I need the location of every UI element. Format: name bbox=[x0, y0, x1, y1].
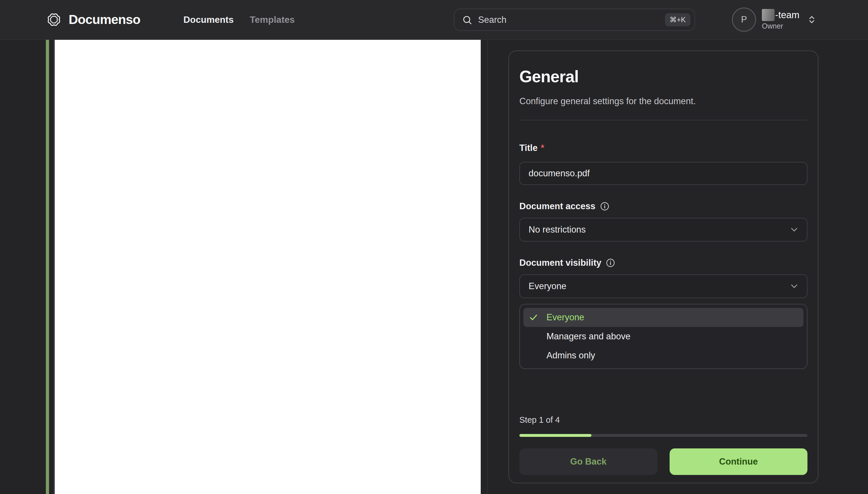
title-input[interactable]: documenso.pdf bbox=[519, 162, 807, 185]
check-icon bbox=[529, 312, 538, 322]
nav-item-templates[interactable]: Templates bbox=[250, 15, 295, 25]
top-navbar: Documenso Documents Templates Search ⌘+K… bbox=[0, 0, 868, 40]
title-field-label: Title * bbox=[519, 143, 807, 153]
info-icon[interactable] bbox=[606, 258, 615, 268]
menu-option-admins-only[interactable]: Admins only bbox=[524, 346, 803, 365]
chevron-updown-icon bbox=[807, 15, 817, 24]
section-divider bbox=[519, 120, 807, 120]
document-visibility-label-text: Document visibility bbox=[519, 258, 601, 268]
chevron-down-icon bbox=[789, 281, 800, 291]
menu-option-label: Managers and above bbox=[547, 331, 630, 342]
team-name-suffix: -team bbox=[775, 10, 800, 20]
panel-actions: Go Back Continue bbox=[519, 449, 807, 475]
document-visibility-label: Document visibility bbox=[519, 258, 807, 268]
primary-nav: Documents Templates bbox=[183, 0, 295, 39]
team-role: Owner bbox=[762, 22, 800, 30]
document-access-label-text: Document access bbox=[519, 201, 595, 211]
avatar-initial: P bbox=[741, 15, 747, 25]
document-access-select[interactable]: No restrictions bbox=[519, 218, 807, 242]
menu-option-label: Admins only bbox=[547, 350, 595, 361]
progress-fill bbox=[519, 434, 591, 437]
info-icon[interactable] bbox=[600, 202, 610, 211]
account-team-menu[interactable]: P -team Owner bbox=[732, 0, 817, 39]
documenso-logo-icon bbox=[45, 11, 62, 28]
document-visibility-select[interactable]: Everyone bbox=[519, 274, 807, 298]
nav-item-documents[interactable]: Documents bbox=[183, 15, 234, 25]
team-name-redacted-block bbox=[762, 9, 774, 21]
panel-subtitle: Configure general settings for the docum… bbox=[519, 96, 807, 107]
app-root: Documenso Documents Templates Search ⌘+K… bbox=[0, 0, 868, 494]
document-access-value: No restrictions bbox=[529, 225, 586, 235]
panel-title: General bbox=[519, 66, 807, 86]
required-asterisk: * bbox=[541, 143, 544, 153]
step-indicator: Step 1 of 4 bbox=[519, 415, 807, 425]
general-settings-panel: General Configure general settings for t… bbox=[508, 51, 818, 483]
team-info: -team Owner bbox=[762, 9, 800, 30]
progress-bar bbox=[519, 434, 807, 437]
menu-option-everyone[interactable]: Everyone bbox=[524, 308, 803, 327]
continue-button[interactable]: Continue bbox=[670, 449, 808, 475]
document-edge-accent bbox=[46, 40, 49, 494]
brand-home-link[interactable]: Documenso bbox=[45, 0, 140, 39]
brand-name: Documenso bbox=[68, 12, 140, 27]
visibility-dropdown-menu: Everyone Managers and above Admins only bbox=[519, 304, 807, 369]
avatar: P bbox=[732, 7, 756, 32]
search-placeholder: Search bbox=[478, 15, 506, 25]
go-back-button[interactable]: Go Back bbox=[519, 449, 657, 475]
search-shortcut-badge: ⌘+K bbox=[665, 13, 690, 26]
document-access-label: Document access bbox=[519, 201, 807, 211]
column-divider bbox=[487, 40, 488, 494]
menu-option-label: Everyone bbox=[547, 312, 584, 323]
search-icon bbox=[462, 15, 472, 25]
title-input-value: documenso.pdf bbox=[529, 168, 590, 178]
title-label-text: Title bbox=[519, 143, 537, 153]
chevron-down-icon bbox=[789, 225, 800, 235]
menu-option-managers-and-above[interactable]: Managers and above bbox=[524, 327, 803, 346]
search-input[interactable]: Search ⌘+K bbox=[454, 9, 695, 31]
document-visibility-value: Everyone bbox=[529, 281, 566, 291]
document-page-preview bbox=[54, 40, 481, 494]
